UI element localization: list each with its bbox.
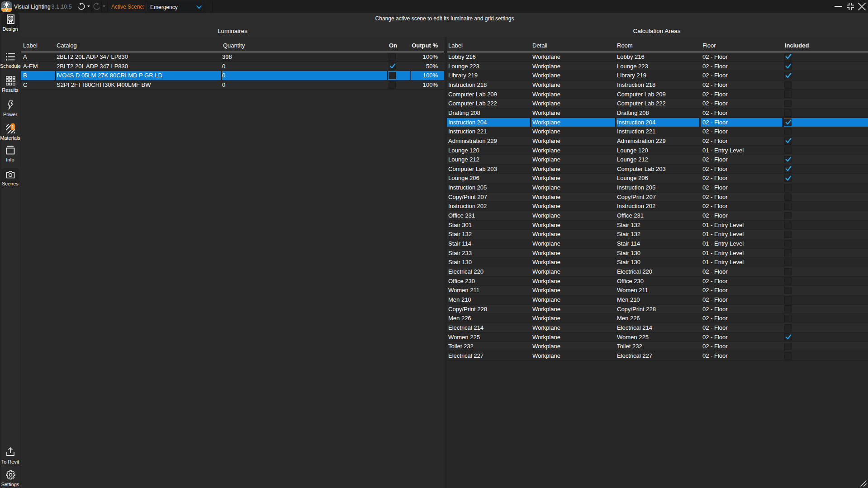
svg-text:1: 1	[12, 124, 14, 129]
